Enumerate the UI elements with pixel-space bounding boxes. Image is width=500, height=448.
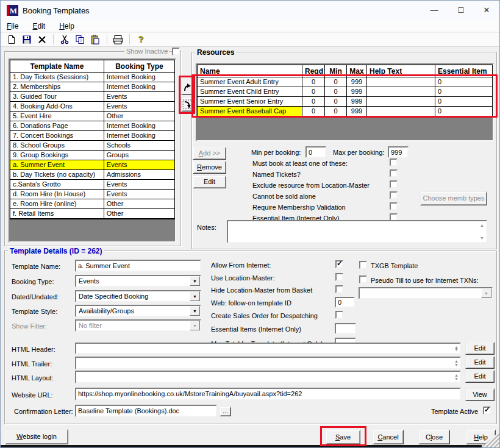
txgb-template-checkbox[interactable] — [359, 261, 367, 269]
window-bottom-edge — [1, 445, 482, 448]
spin-down-icon[interactable]: ▼ — [454, 377, 459, 381]
resources-table-header: Name Reqd Min Max Help Text Essential It… — [198, 65, 492, 77]
resource-row[interactable]: Summer Event Child Entry009990 — [198, 87, 492, 97]
table-row[interactable]: c.Santa's GrottoEvents — [10, 180, 174, 190]
print-icon[interactable] — [112, 34, 125, 46]
template-table: Template Name Booking Type 1. Day Ticket… — [10, 60, 175, 219]
col-name: Name — [198, 65, 302, 77]
help-icon[interactable]: ? — [134, 34, 148, 46]
resource-row[interactable]: Summer Event Adult Entry009990 — [198, 77, 492, 87]
cut-icon[interactable] — [58, 34, 71, 46]
menu-edit[interactable]: Edit — [26, 20, 51, 32]
hide-location-master-checkbox[interactable] — [335, 285, 343, 293]
notes-textarea[interactable]: ▲ ▼ — [227, 220, 487, 243]
named-tickets-checkbox[interactable] — [390, 169, 398, 177]
html-trailer-label: HTML Trailer: — [12, 360, 52, 368]
essential-items-input[interactable] — [335, 323, 356, 334]
add-button[interactable]: Add >> — [193, 147, 226, 160]
html-header-input[interactable]: ▲ ▼ — [75, 343, 461, 354]
table-row[interactable]: 2. MembershipsInternet Booking — [10, 82, 174, 92]
scroll-down-icon[interactable]: ▼ — [480, 236, 484, 240]
close-button[interactable]: ✕ — [477, 4, 496, 16]
dated-undated-select[interactable]: Date Specified Booking ▼ — [75, 290, 201, 302]
view-button[interactable]: View — [465, 388, 495, 401]
new-document-icon[interactable] — [5, 34, 18, 46]
edit-html-trailer-button[interactable]: Edit — [465, 356, 495, 369]
cannot-sold-alone-checkbox[interactable] — [390, 191, 398, 199]
booking-templates-window: M Booking Templates — ☐ ✕ File Edit Help… — [0, 0, 500, 448]
table-row[interactable]: 1. Day Tickets (Sessions)Internet Bookin… — [10, 73, 174, 82]
minimize-button[interactable]: — — [425, 4, 443, 16]
template-style-select[interactable]: Availability/Groups ▼ — [75, 305, 201, 317]
template-name-input[interactable] — [75, 260, 201, 272]
table-row[interactable]: 6. Donations PageInternet Booking — [10, 121, 174, 131]
chevron-down-icon[interactable]: ▼ — [190, 291, 200, 301]
close-dialog-button[interactable]: Close — [418, 430, 450, 444]
edit-resource-button[interactable]: Edit — [193, 176, 226, 188]
website-url-input[interactable]: https://shop.myonlinebooking.co.uk/Mstor… — [75, 388, 461, 400]
remove-button[interactable]: Remove — [193, 161, 226, 174]
resources-table-container: Name Reqd Min Max Help Text Essential It… — [196, 63, 494, 141]
website-url-label: Website URL: — [12, 391, 53, 399]
web-follow-on-input[interactable] — [335, 297, 355, 308]
must-book-checkbox[interactable] — [390, 158, 398, 166]
menu-file[interactable]: File — [1, 20, 24, 32]
resource-row-selected[interactable]: Summer Event Baseball Cap009990 — [198, 107, 492, 116]
copy-icon[interactable] — [73, 34, 87, 46]
table-row[interactable]: 4. Booking Add-OnsEvents — [10, 102, 174, 112]
table-row[interactable]: 5. Event HireOther — [10, 112, 174, 121]
table-row[interactable]: 7. Concert BookingsInternet Booking — [10, 131, 174, 141]
table-row[interactable]: b. Day Tickets (no capacity)Admissions — [10, 170, 174, 180]
maximize-button[interactable]: ☐ — [452, 4, 470, 16]
toolbar-separator — [107, 34, 107, 44]
table-row[interactable]: 8. School GroupsSchools — [10, 141, 174, 151]
allow-internet-checkbox[interactable]: ✓ — [335, 260, 343, 268]
browse-button[interactable]: ... — [220, 407, 231, 416]
choose-memb-types-button[interactable]: Choose memb types — [420, 191, 487, 205]
max-per-booking-input[interactable] — [388, 146, 409, 158]
spin-down-icon[interactable]: ▼ — [454, 347, 459, 352]
chevron-down-icon[interactable]: ▼ — [190, 306, 200, 316]
resources-table: Name Reqd Min Max Help Text Essential It… — [197, 65, 493, 117]
txgb-template-label: TXGB Template — [371, 262, 418, 269]
spin-down-icon[interactable]: ▼ — [454, 363, 459, 367]
show-inactive-checkbox[interactable] — [172, 48, 180, 55]
table-row[interactable]: f. Retail ItemsOther — [10, 209, 174, 219]
toolbar-separator — [129, 34, 130, 44]
scroll-up-icon[interactable]: ▲ — [480, 223, 484, 227]
allow-internet-label: Allow From Internet: — [211, 261, 271, 269]
col-max: Max — [347, 65, 367, 77]
menu-help[interactable]: Help — [53, 20, 80, 32]
template-list-container: Template Name Booking Type 1. Day Ticket… — [9, 59, 176, 243]
table-row-selected[interactable]: a. Summer EventEvents — [10, 160, 174, 170]
confirmation-letter-input[interactable] — [75, 405, 217, 417]
move-down-icon — [182, 99, 192, 109]
html-layout-input[interactable]: ▲ ▼ — [75, 371, 461, 383]
website-login-button[interactable]: Website login — [5, 429, 68, 444]
save-button[interactable]: Save — [326, 430, 360, 444]
template-active-checkbox[interactable]: ✓ — [483, 407, 491, 414]
cancel-button[interactable]: Cancel — [373, 430, 404, 444]
create-sales-order-checkbox[interactable] — [335, 311, 343, 319]
save-icon[interactable] — [20, 34, 34, 46]
delete-icon[interactable] — [35, 34, 49, 46]
table-row[interactable]: d. Room Hire (In House)Events — [10, 190, 174, 199]
exclude-resource-checkbox[interactable] — [390, 180, 398, 188]
use-location-master-checkbox[interactable] — [335, 273, 343, 281]
edit-html-layout-button[interactable]: Edit — [465, 370, 495, 383]
html-trailer-input[interactable]: ▲ ▼ — [75, 357, 461, 369]
table-row[interactable]: e. Room Hire (online)Other — [10, 199, 174, 209]
table-row[interactable]: 3. Guided TourEvents — [10, 92, 174, 102]
min-per-booking-input[interactable] — [305, 146, 326, 158]
must-book-label: Must book at least one of these: — [252, 160, 348, 167]
chevron-down-icon[interactable]: ▼ — [190, 276, 200, 286]
edit-html-header-button[interactable]: Edit — [465, 342, 495, 355]
web-follow-on-label: Web: follow-on template ID — [211, 299, 291, 307]
resource-row[interactable]: Summer Event Senior Entry009990 — [198, 97, 492, 107]
require-membership-checkbox[interactable] — [390, 202, 398, 210]
paste-icon[interactable] — [88, 34, 102, 46]
booking-type-select[interactable]: Events ▼ — [75, 275, 201, 287]
pseudo-till-checkbox[interactable] — [359, 276, 367, 283]
dated-undated-label: Dated/Undated: — [12, 293, 59, 300]
table-row[interactable]: 9. Group BookingsGroups — [10, 151, 174, 160]
